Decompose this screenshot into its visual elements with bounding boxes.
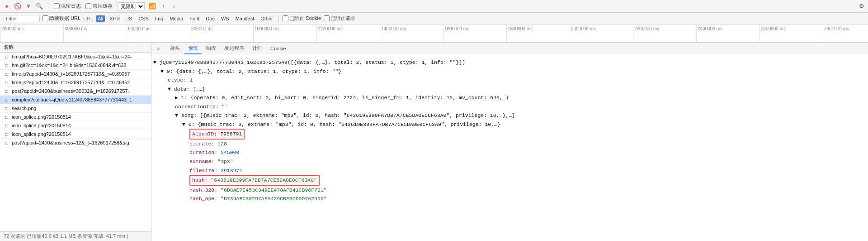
disable-cache-checkbox[interactable]	[85, 3, 91, 9]
blocked-cookie-checkbox[interactable]	[283, 15, 288, 21]
network-item-icon: □	[4, 131, 10, 137]
json-line: hash_320: "6D8AE7E453C349EE478AFB41CB96F…	[151, 186, 868, 195]
tab-initiator[interactable]: 发起程序	[221, 43, 248, 54]
filter-manifest-btn[interactable]: Manifest	[234, 15, 256, 22]
network-list-item[interactable]: □post?appid=2400&business=30032&_t=16269…	[0, 87, 151, 96]
network-list-item[interactable]: □post?appid=2400&business=12&_t=16269172…	[0, 139, 151, 147]
network-list-item[interactable]: □complex?callback=jQuery1124078888437777…	[0, 96, 151, 104]
network-list: 名称 □hm.gif?hca=6C90E9702C17ABF0&cc=1&ck=…	[0, 43, 151, 241]
timeline-tick: 200000 ms	[0, 24, 63, 42]
json-line: filesize: 3913971	[151, 166, 868, 175]
network-item-icon: □	[4, 88, 10, 94]
separator1	[48, 3, 48, 10]
network-list-item[interactable]: □time.js?appid=2400&_t=1626917257710&_r=…	[0, 70, 151, 78]
filter-icon[interactable]: ▼	[25, 3, 32, 10]
network-item-icon: □	[4, 71, 10, 77]
settings-icon[interactable]: ⚙	[859, 3, 864, 10]
preserve-log-checkbox[interactable]	[54, 3, 60, 9]
download-icon[interactable]: ↓	[171, 3, 177, 10]
json-line: AlbumID: 7988791	[151, 129, 868, 140]
filter-sep	[278, 15, 279, 22]
json-line: ▼ jQuery112407888843777730443_1626917257…	[151, 58, 868, 67]
record-icon[interactable]: ●	[4, 3, 10, 10]
timeline-tick: 1200000 ms	[316, 24, 380, 42]
filter-bar: 隐藏数据 URL URL All XHR JS CSS Img Media Fo…	[0, 13, 868, 24]
upload-icon[interactable]: ↑	[160, 3, 166, 10]
network-list-items[interactable]: □hm.gif?hca=6C90E9702C17ABF0&cc=1&ck=1&c…	[0, 53, 151, 231]
network-item-name: time.js?appid=2400&_t=1626917257710&_r=0…	[12, 71, 130, 77]
network-list-item[interactable]: □icon_splice.png?20150814	[0, 121, 151, 130]
blocked-request-checkbox[interactable]	[324, 15, 330, 21]
timeline-tick: 2200000 ms	[633, 24, 696, 42]
toolbar: ● 🚫 ▼ 🔍 保留日志 禁用缓存 无限制 📶 ↑ ↓ ⚙	[0, 0, 868, 13]
tab-cookie[interactable]: Cookie	[267, 44, 289, 54]
filter-doc-btn[interactable]: Doc	[204, 15, 217, 22]
timeline-tick: 800000 ms	[190, 24, 253, 42]
preserve-log-label: 保留日志	[54, 3, 81, 10]
json-line: duration: 245000	[151, 148, 868, 157]
timeline-tick: 2800000 ms	[823, 24, 868, 42]
search-icon[interactable]: 🔍	[36, 3, 42, 10]
tab-response[interactable]: 响应	[203, 43, 220, 54]
timeline-tick: 1600000 ms	[443, 24, 506, 42]
filter-all-btn[interactable]: All	[96, 15, 105, 22]
network-item-name: search.png	[12, 106, 36, 111]
json-line: ▼ song: [{music_trac: 3, extname: "mp3",…	[151, 111, 868, 120]
network-item-name: hm.gif?hca=6C90E9702C17ABF0&cc=1&ck=1&cl…	[12, 54, 132, 59]
timeline: 200000 ms400000 ms600000 ms800000 ms1000…	[0, 24, 868, 43]
tab-preview[interactable]: 预览	[184, 43, 202, 54]
network-list-item[interactable]: □hm.gif?hca=6C90E9702C17ABF0&cc=1&ck=1&c…	[0, 53, 151, 61]
json-line: hash_ape: "D734ABC30297AF5429CBF3CD9D762…	[151, 194, 868, 203]
json-line: ctype: 1	[151, 76, 868, 85]
timeline-tick: 1000000 ms	[253, 24, 316, 42]
main-area: 名称 □hm.gif?hca=6C90E9702C17ABF0&cc=1&ck=…	[0, 43, 868, 241]
hide-data-url-checkbox[interactable]	[42, 15, 48, 21]
timeline-inner: 200000 ms400000 ms600000 ms800000 ms1000…	[0, 24, 868, 42]
network-item-icon: □	[4, 114, 10, 120]
filter-media-btn[interactable]: Media	[168, 15, 185, 22]
network-item-icon: □	[4, 122, 10, 129]
timeline-tick: 400000 ms	[63, 24, 127, 42]
network-item-icon: □	[4, 62, 10, 68]
json-line: bitrate: 128	[151, 140, 868, 149]
network-item-icon: □	[4, 140, 10, 146]
network-item-icon: □	[4, 79, 10, 86]
filter-xhr-btn[interactable]: XHR	[108, 15, 122, 22]
close-button[interactable]: ×	[155, 46, 162, 52]
blocked-request-label: 已阻止请求	[324, 15, 355, 22]
network-item-name: complex?callback=jQuery11240788884377773…	[12, 97, 132, 102]
filter-js-btn[interactable]: JS	[125, 15, 134, 22]
throttle-select[interactable]: 无限制	[117, 2, 145, 10]
tab-headers[interactable]: 标头	[166, 43, 184, 54]
timeline-tick: 2000000 ms	[570, 24, 633, 42]
json-line: ▼ 0: {data: {,…}, total: 2, status: 1, c…	[151, 67, 868, 76]
hide-data-url-label: 隐藏数据 URL	[42, 15, 80, 22]
network-list-item[interactable]: □time.js?appid=2400&_t=1626917257714&_r=…	[0, 78, 151, 87]
timeline-tick: 2400000 ms	[696, 24, 760, 42]
network-list-item[interactable]: □hm.gif?cc=1&ck=1&cl=24-bit&ds=1536x864&…	[0, 61, 151, 70]
filter-ws-btn[interactable]: WS	[219, 15, 231, 22]
filter-input[interactable]	[4, 15, 40, 22]
network-item-name: icon_splice.png?20150814	[12, 114, 71, 120]
hash-highlight: hash: "643619E399FA7DB7A7CE5DA0E0CF63A0"	[189, 175, 320, 186]
json-line: correctiontip: ""	[151, 102, 868, 111]
network-list-item[interactable]: □icon_splice.png?20150814	[0, 130, 151, 139]
clear-icon[interactable]: 🚫	[14, 3, 21, 10]
network-item-icon: □	[4, 96, 10, 103]
timeline-tick: 1800000 ms	[506, 24, 570, 42]
tab-timing[interactable]: 计时	[249, 43, 266, 54]
detail-panel: × 标头 预览 响应 发起程序 计时 Cookie ▼ jQuery112407…	[151, 43, 868, 241]
filter-img-btn[interactable]: Img	[153, 15, 165, 22]
filter-url-label: URL	[83, 16, 93, 21]
json-line: ▼ data: {,…}	[151, 85, 868, 94]
network-list-item[interactable]: □icon_splice.png?20150814	[0, 113, 151, 121]
blocked-cookie-label: 已阻止 Cookie	[283, 15, 321, 22]
network-item-icon: □	[4, 53, 10, 60]
network-list-item[interactable]: □search.png	[0, 104, 151, 113]
disable-cache-label: 禁用缓存	[85, 3, 113, 10]
filter-other-btn[interactable]: Other	[259, 15, 275, 22]
filter-css-btn[interactable]: CSS	[137, 15, 151, 22]
albumid-highlight: AlbumID: 7988791	[189, 129, 245, 140]
json-line: hash: "643619E399FA7DB7A7CE5DA0E0CF63A0"	[151, 175, 868, 186]
filter-font-btn[interactable]: Font	[188, 15, 201, 22]
